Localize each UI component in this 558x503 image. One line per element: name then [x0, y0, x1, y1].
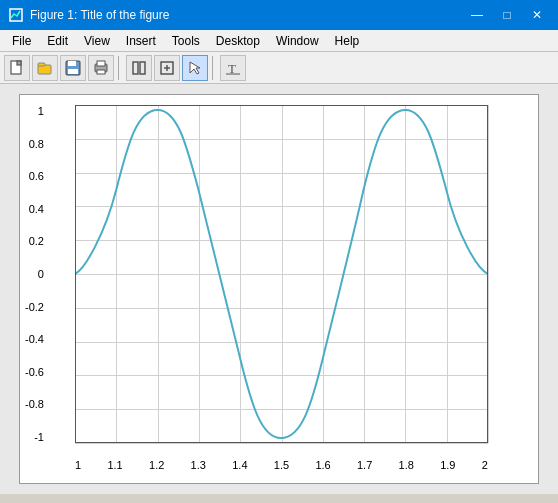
y-label-n04: -0.4 — [25, 333, 48, 345]
svg-rect-11 — [133, 62, 138, 74]
menu-tools[interactable]: Tools — [164, 32, 208, 50]
figure-area: 1 0.8 0.6 0.4 0.2 0 -0.2 -0.4 -0.6 -0.8 … — [19, 94, 539, 484]
toolbar-print-button[interactable] — [88, 55, 114, 81]
y-label-n02: -0.2 — [25, 301, 48, 313]
close-button[interactable]: ✕ — [524, 5, 550, 25]
toolbar-new-button[interactable] — [4, 55, 30, 81]
title-bar-controls: — □ ✕ — [464, 5, 550, 25]
y-label-08: 0.8 — [29, 138, 48, 150]
menu-edit[interactable]: Edit — [39, 32, 76, 50]
x-label-18: 1.8 — [399, 459, 414, 471]
toolbar-open-button[interactable] — [32, 55, 58, 81]
figure-icon — [8, 7, 24, 23]
axes: 1 0.8 0.6 0.4 0.2 0 -0.2 -0.4 -0.6 -0.8 … — [75, 105, 488, 443]
y-label-04: 0.4 — [29, 203, 48, 215]
svg-marker-16 — [190, 62, 200, 74]
toolbar-edit-button[interactable] — [126, 55, 152, 81]
grid-h-10 — [75, 443, 488, 444]
axes-border — [75, 105, 488, 443]
x-label-17: 1.7 — [357, 459, 372, 471]
x-label-13: 1.3 — [191, 459, 206, 471]
menu-desktop[interactable]: Desktop — [208, 32, 268, 50]
title-bar-left: Figure 1: Title of the figure — [8, 7, 169, 23]
toolbar-save-button[interactable] — [60, 55, 86, 81]
x-label-1: 1 — [75, 459, 81, 471]
svg-rect-6 — [68, 61, 76, 66]
title-text: Figure 1: Title of the figure — [30, 8, 169, 22]
toolbar-text-button[interactable]: T — [220, 55, 246, 81]
x-label-14: 1.4 — [232, 459, 247, 471]
y-label-1: 1 — [38, 105, 48, 117]
maximize-button[interactable]: □ — [494, 5, 520, 25]
menu-view[interactable]: View — [76, 32, 118, 50]
svg-rect-12 — [140, 62, 145, 74]
menu-bar: File Edit View Insert Tools Desktop Wind… — [0, 30, 558, 52]
toolbar-zoom-button[interactable] — [154, 55, 180, 81]
menu-insert[interactable]: Insert — [118, 32, 164, 50]
svg-rect-4 — [38, 63, 45, 66]
svg-rect-9 — [97, 61, 105, 66]
x-label-2: 2 — [482, 459, 488, 471]
plot-container: 1 0.8 0.6 0.4 0.2 0 -0.2 -0.4 -0.6 -0.8 … — [0, 84, 558, 494]
x-label-15: 1.5 — [274, 459, 289, 471]
svg-rect-7 — [68, 69, 78, 74]
menu-help[interactable]: Help — [327, 32, 368, 50]
x-label-19: 1.9 — [440, 459, 455, 471]
y-label-n06: -0.6 — [25, 366, 48, 378]
y-label-0: 0 — [38, 268, 48, 280]
x-label-12: 1.2 — [149, 459, 164, 471]
menu-window[interactable]: Window — [268, 32, 327, 50]
y-axis-labels: 1 0.8 0.6 0.4 0.2 0 -0.2 -0.4 -0.6 -0.8 … — [25, 105, 48, 443]
title-bar: Figure 1: Title of the figure — □ ✕ — [0, 0, 558, 30]
svg-rect-2 — [17, 61, 21, 65]
grid-v-10 — [488, 105, 489, 443]
y-label-06: 0.6 — [29, 170, 48, 182]
x-axis-labels: 1 1.1 1.2 1.3 1.4 1.5 1.6 1.7 1.8 1.9 2 — [75, 459, 488, 471]
x-label-16: 1.6 — [315, 459, 330, 471]
toolbar-cursor-button[interactable] — [182, 55, 208, 81]
toolbar-sep-1 — [118, 56, 122, 80]
minimize-button[interactable]: — — [464, 5, 490, 25]
menu-file[interactable]: File — [4, 32, 39, 50]
y-label-02: 0.2 — [29, 235, 48, 247]
y-label-n08: -0.8 — [25, 398, 48, 410]
toolbar: T — [0, 52, 558, 84]
toolbar-sep-2 — [212, 56, 216, 80]
y-label-n1: -1 — [34, 431, 48, 443]
x-label-11: 1.1 — [107, 459, 122, 471]
svg-rect-10 — [97, 70, 105, 74]
